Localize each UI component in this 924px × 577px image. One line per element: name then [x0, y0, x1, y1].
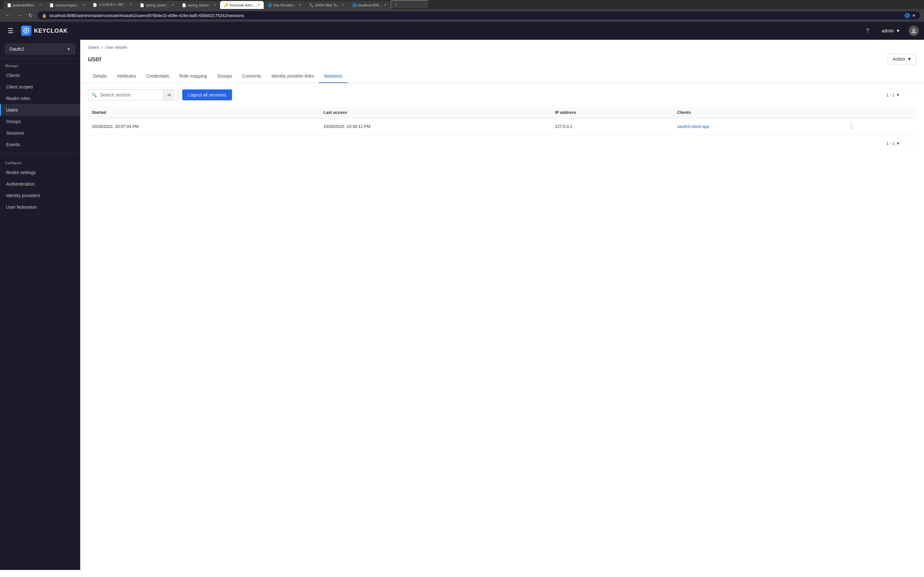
tab-9-label: localhost:808... — [358, 3, 382, 7]
tab-9-close[interactable]: ✕ — [384, 3, 387, 7]
tab-5[interactable]: 📄 spring_basic/... ✕ — [178, 1, 220, 9]
back-button[interactable]: ← — [3, 11, 12, 19]
tab-4-close[interactable]: ✕ — [171, 3, 174, 7]
tab-sessions[interactable]: Sessions — [319, 69, 347, 83]
tab-8[interactable]: 🔧 JSON Web To... ✕ — [305, 1, 349, 9]
logo-icon — [21, 26, 31, 36]
sidebar-item-sessions[interactable]: Sessions — [0, 127, 80, 139]
sidebar-item-events-label: Events — [6, 142, 20, 147]
tab-5-label: spring_basic/... — [188, 3, 212, 7]
client-link[interactable]: oauth2-client-app — [677, 124, 709, 129]
sidebar-item-identity-providers[interactable]: Identity providers — [0, 190, 80, 201]
ip-address-value: 127.0.0.1 — [555, 124, 572, 129]
tab-credentials[interactable]: Credentials — [141, 69, 174, 83]
sidebar-divider — [0, 153, 80, 153]
tab-1-favicon: 📄 — [7, 3, 11, 7]
search-go-button[interactable]: ➔ — [163, 90, 175, 100]
refresh-button[interactable]: ↻ — [26, 11, 34, 20]
translate-icon[interactable]: 🌐 — [905, 13, 910, 18]
tab-5-favicon: 📄 — [182, 3, 186, 7]
realm-select-dropdown[interactable]: Oauth2 ▼ — [5, 44, 75, 55]
row-actions-button[interactable]: ⋮ — [846, 122, 856, 131]
tab-2-close[interactable]: ✕ — [82, 3, 85, 7]
tab-6-close[interactable]: ✕ — [257, 3, 260, 7]
new-tab-button[interactable]: + — [391, 0, 429, 9]
next-page-bottom-button[interactable]: › — [911, 140, 916, 147]
address-text[interactable]: localhost:8080/admin/master/console/#/oa… — [49, 13, 244, 18]
realm-name: Oauth2 — [9, 47, 24, 52]
app-container: ☰ KEYCLOAK ? admin ▼ — [0, 22, 924, 570]
sidebar-item-realm-roles[interactable]: Realm roles — [0, 93, 80, 104]
tab-5-close[interactable]: ✕ — [213, 3, 216, 7]
table-header: Started Last access IP address Clients — [88, 107, 916, 118]
sidebar-item-realm-settings[interactable]: Realm settings — [0, 167, 80, 178]
manage-section-label: Manage — [0, 59, 80, 69]
logout-all-sessions-button[interactable]: Logout all sessions — [182, 89, 232, 100]
tab-consents[interactable]: Consents — [237, 69, 266, 83]
forward-button[interactable]: → — [15, 11, 24, 19]
tab-3[interactable]: 📄 스프링에서 JSP ... ✕ — [89, 0, 136, 9]
tab-2-favicon: 📄 — [49, 3, 53, 7]
sidebar-item-identity-providers-label: Identity providers — [6, 193, 40, 198]
sidebar-item-authentication[interactable]: Authentication — [0, 178, 80, 190]
tab-role-mapping[interactable]: Role mapping — [174, 69, 212, 83]
tab-7[interactable]: 🌐 http://localho... ✕ — [264, 1, 305, 9]
sidebar-item-realm-roles-label: Realm roles — [6, 96, 30, 101]
tab-2[interactable]: 📄 corespringsec... ✕ — [45, 1, 89, 9]
avatar[interactable] — [909, 26, 919, 36]
tab-groups[interactable]: Groups — [212, 69, 237, 83]
col-actions — [843, 107, 916, 118]
tab-6-favicon: 🔑 — [224, 3, 228, 7]
tab-6-keycloak[interactable]: 🔑 Keycloak Adm... ✕ — [220, 1, 264, 9]
sidebar-item-groups[interactable]: Groups — [0, 116, 80, 127]
action-button[interactable]: Action ▼ — [888, 53, 916, 64]
tab-1-close[interactable]: ✕ — [39, 3, 42, 7]
tab-3-favicon: 📄 — [93, 3, 97, 7]
hamburger-button[interactable]: ☰ — [5, 24, 16, 37]
main-body: Oauth2 ▼ Manage Clients Client scopes Re… — [0, 40, 924, 570]
tab-8-close[interactable]: ✕ — [342, 3, 344, 7]
search-box: 🔍 ➔ — [88, 89, 178, 100]
tab-1[interactable]: 📄 jpabook/Mem... ✕ — [3, 1, 45, 9]
address-bar-icons: 🌐 ★ — [905, 13, 916, 18]
sidebar-item-events[interactable]: Events — [0, 139, 80, 150]
sidebar-item-user-federation[interactable]: User federation — [0, 201, 80, 213]
sidebar-item-client-scopes[interactable]: Client scopes — [0, 81, 80, 93]
tab-9[interactable]: 🌐 localhost:808... ✕ — [349, 1, 391, 9]
search-session-input[interactable] — [99, 90, 163, 100]
table-body: 10/20/2022, 10:07:04 PM 10/20/2022, 10:3… — [88, 118, 916, 135]
prev-page-bottom-button[interactable]: ‹ — [903, 140, 908, 147]
search-row: 🔍 ➔ Logout all sessions 1 - 1 ▼ ‹ › — [80, 83, 924, 107]
col-clients: Clients — [673, 107, 843, 118]
cell-started: 10/20/2022, 10:07:04 PM — [88, 118, 320, 135]
address-bar[interactable]: 🔒 localhost:8080/admin/master/console/#/… — [37, 11, 921, 20]
action-button-label: Action — [893, 56, 905, 61]
tab-7-close[interactable]: ✕ — [298, 3, 301, 7]
bookmark-icon[interactable]: ★ — [912, 13, 916, 18]
breadcrumb-current: User details — [105, 45, 128, 50]
sidebar-item-realm-settings-label: Realm settings — [6, 170, 36, 175]
tab-details[interactable]: Details — [88, 69, 112, 83]
keycloak-logo-text: KEYCLOAK — [34, 27, 68, 34]
admin-dropdown-icon: ▼ — [896, 28, 900, 33]
next-page-top-button[interactable]: › — [911, 91, 916, 98]
tab-4-label: spring_basic/... — [145, 3, 170, 7]
prev-page-top-button[interactable]: ‹ — [903, 91, 908, 98]
help-icon: ? — [866, 27, 869, 34]
tab-7-label: http://localho... — [273, 3, 296, 7]
tab-identity-provider-links[interactable]: Identity provider links — [266, 69, 319, 83]
tab-3-close[interactable]: ✕ — [129, 3, 132, 7]
tab-4[interactable]: 📄 spring_basic/... ✕ — [136, 1, 178, 9]
cell-last-access: 10/20/2022, 10:39:11 PM — [320, 118, 551, 135]
help-button[interactable]: ? — [862, 25, 873, 37]
sidebar-item-clients[interactable]: Clients — [0, 69, 80, 81]
admin-menu[interactable]: admin ▼ — [879, 26, 903, 35]
breadcrumb-users-link[interactable]: Users — [88, 45, 99, 50]
sessions-table: Started Last access IP address Clients — [88, 107, 916, 135]
search-icon: 🔍 — [91, 92, 97, 97]
tab-groups-label: Groups — [217, 73, 232, 79]
realm-selector: Oauth2 ▼ — [0, 40, 80, 59]
tab-attributes[interactable]: Attributes — [112, 69, 141, 83]
configure-section-label: Configure — [0, 156, 80, 167]
sidebar-item-users[interactable]: Users — [0, 104, 80, 116]
